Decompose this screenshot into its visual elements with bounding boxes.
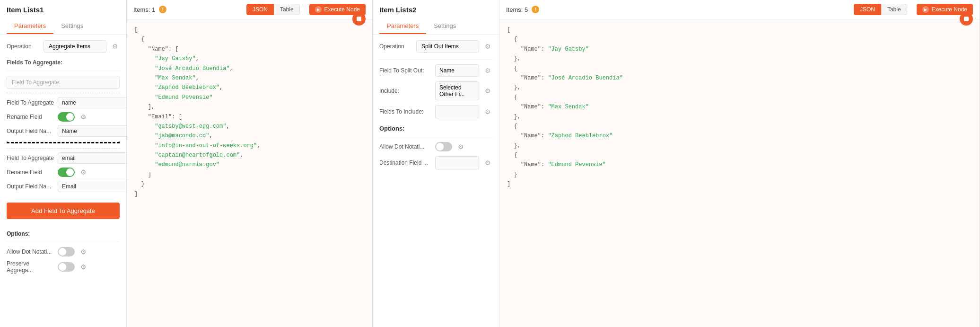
allow-dot-label-2: Allow Dot Notati... [379,143,431,150]
panel2-title: Item Lists2 [379,6,492,18]
preserve-gear-1[interactable]: ⚙ [79,262,88,272]
json-panel-1: Items: 1 ! JSON Table ▶ Execute Node [ {… [127,0,373,327]
output-field-row-2: Output Field Na... ⚙ [7,181,120,192]
allow-dot-label-1: Allow Dot Notati... [7,248,54,255]
panel1-tabs: Parameters Settings [7,18,120,34]
panel2-content: Operation Split Out Items ⚙ Field To Spl… [373,35,499,327]
rec-dot-2 [960,12,973,26]
json-tab-1[interactable]: JSON [246,4,274,15]
operation-label-1: Operation [7,43,40,50]
json-header-2: Items: 5 ! JSON Table ▶ Execute Node [499,0,980,19]
json-panel-2: Items: 5 ! JSON Table ▶ Execute Node [ {… [499,0,980,327]
tab-settings-2[interactable]: Settings [426,18,464,34]
destination-input[interactable] [435,156,479,169]
info-icon-2: ! [532,6,539,13]
execute-icon-1: ▶ [315,6,322,13]
operation-select-2[interactable]: Split Out Items [416,40,479,53]
field-to-split-gear[interactable]: ⚙ [483,66,492,75]
add-field-button[interactable]: Add Field To Aggregate [7,203,120,219]
field-group-2: Field To Aggregate ⚙ Rename Field ⚙ Outp… [7,148,120,192]
panel2-header: Item Lists2 Parameters Settings [373,0,499,35]
output-field-label-1: Output Field Na... [7,128,54,134]
destination-row: Destination Field ... ⚙ [379,156,492,169]
rename-field-label-1: Rename Field [7,114,54,120]
operation-row-1: Operation Aggregate Items ⚙ [7,40,120,53]
json-header-1: Items: 1 ! JSON Table ▶ Execute Node [127,0,372,19]
json-tab-group-1: JSON Table [246,4,300,15]
include-row: Include: Selected Other Fi... ⚙ [379,81,492,100]
allow-dot-gear-1[interactable]: ⚙ [79,247,88,256]
fields-to-include-gear[interactable]: ⚙ [483,107,492,116]
field-group-1: Field To Aggregate ⚙ Rename Field ⚙ Outp… [7,93,120,137]
field-to-split-row: Field To Split Out: Name ⚙ [379,64,492,77]
item-lists1-panel: Item Lists1 Parameters Settings Operatio… [0,0,127,327]
output-field-input-2[interactable] [58,181,126,192]
operation-gear-icon-1[interactable]: ⚙ [110,42,120,51]
allow-dot-gear-2[interactable]: ⚙ [456,142,465,151]
operation-label-2: Operation [379,43,412,50]
preserve-label-1: Preserve Aggrega... [7,260,54,274]
rec-dot-1 [352,12,366,26]
tab-settings-1[interactable]: Settings [53,18,91,34]
field-to-aggregate-input-1[interactable] [58,97,126,108]
field-to-aggregate-row-1: Field To Aggregate ⚙ [7,97,120,108]
destination-gear[interactable]: ⚙ [483,158,492,168]
rename-field-row-2: Rename Field ⚙ [7,168,120,177]
field-to-aggregate-row-2: Field To Aggregate ⚙ [7,152,120,164]
json-content-1: [ { "Name": [ "Jay Gatsby", "José Arcadi… [127,19,372,327]
operation-gear-icon-2[interactable]: ⚙ [483,42,492,51]
rename-field-label-2: Rename Field [7,169,54,176]
json-tab-2[interactable]: JSON [854,4,881,15]
items-label-2: Items: 5 [506,6,528,13]
rename-field-row-1: Rename Field ⚙ [7,112,120,122]
include-gear[interactable]: ⚙ [483,86,492,96]
rename-toggle-1[interactable] [58,112,75,122]
fields-to-include-row: Fields To Include: ⚙ [379,105,492,118]
allow-dot-row-1: Allow Dot Notati... ⚙ [7,247,120,256]
fields-to-include-value[interactable] [435,105,479,118]
options-title-2: Options: [379,125,492,132]
rec-dot-inner-2 [964,17,969,21]
destination-label: Destination Field ... [379,159,431,166]
info-icon-1: ! [159,6,166,13]
tab-parameters-1[interactable]: Parameters [7,18,53,34]
options-title-1: Options: [7,230,120,237]
output-field-label-2: Output Field Na... [7,183,54,190]
field-to-split-value[interactable]: Name [435,64,479,77]
field-to-aggregate-label-2: Field To Aggregate [7,155,54,161]
allow-dot-row-2: Allow Dot Notati... ⚙ [379,142,492,151]
panel1-header: Item Lists1 Parameters Settings [0,0,126,35]
panel2-tabs: Parameters Settings [379,18,492,34]
field-to-aggregate-input-2[interactable] [58,152,126,164]
allow-dot-toggle-1[interactable] [58,247,75,256]
panel1-content: Operation Aggregate Items ⚙ Fields To Ag… [0,35,126,327]
json-tab-group-2: JSON Table [854,4,907,15]
items-label-1: Items: 1 [133,6,155,13]
fields-to-include-label: Fields To Include: [379,108,431,115]
execute-icon-2: ▶ [922,6,929,13]
table-tab-1[interactable]: Table [274,4,300,15]
rec-dot-inner-1 [357,17,361,21]
fields-to-aggregate-title: Fields To Aggregate: [7,59,120,66]
item-lists2-panel: Item Lists2 Parameters Settings Operatio… [373,0,499,327]
include-value[interactable]: Selected Other Fi... [435,81,479,100]
tab-parameters-2[interactable]: Parameters [379,18,426,34]
preserve-row-1: Preserve Aggrega... ⚙ [7,260,120,274]
field-to-split-label: Field To Split Out: [379,67,431,74]
options-section-2: Options: Allow Dot Notati... ⚙ Destinati… [379,125,492,169]
panel1-title: Item Lists1 [7,6,120,18]
include-label: Include: [379,88,431,94]
operation-row-2: Operation Split Out Items ⚙ [379,40,492,53]
json-content-2: [ { "Name": "Jay Gatsby" }, { "Name": "J… [499,19,980,327]
operation-select-1[interactable]: Aggregate Items [44,40,106,53]
table-tab-2[interactable]: Table [881,4,907,15]
output-field-row-1: Output Field Na... ⚙ [7,125,120,137]
rename-gear-1[interactable]: ⚙ [79,112,88,122]
rename-gear-2[interactable]: ⚙ [79,168,88,177]
allow-dot-toggle-2[interactable] [435,142,452,151]
rename-toggle-2[interactable] [58,168,75,177]
field-to-aggregate-label-1: Field To Aggregate [7,99,54,106]
output-field-input-1[interactable] [58,125,126,137]
field-to-aggregate-placeholder[interactable]: Field To Aggregate: [7,76,120,89]
preserve-toggle-1[interactable] [58,262,75,272]
